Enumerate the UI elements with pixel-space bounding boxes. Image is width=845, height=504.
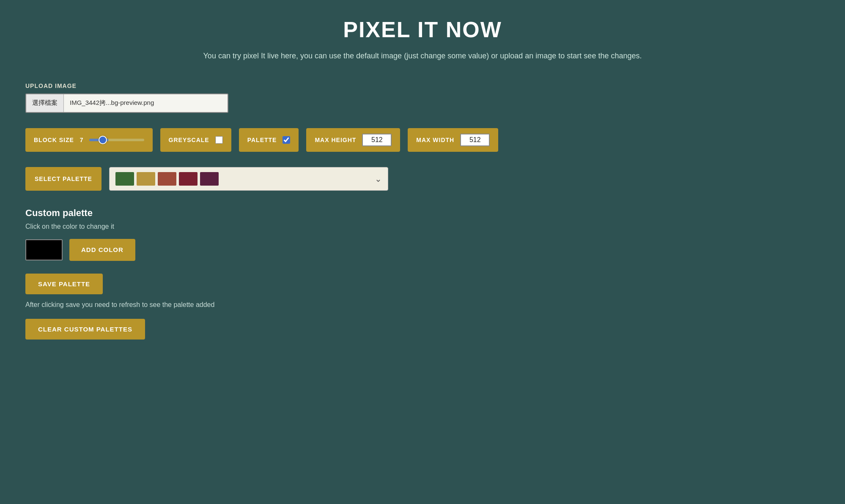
save-palette-button[interactable]: SAVE PALETTE [25,274,103,294]
palette-swatch-4 [179,172,198,186]
file-name-display: IMG_3442拷...bg-preview.png [64,99,160,107]
page-subtitle: You can try pixel It live here, you can … [25,50,820,62]
palette-label: PALETTE [247,137,277,143]
controls-row: BLOCK SIZE 7 GREYSCALE PALETTE MAX HEIGH… [25,128,820,152]
block-size-control: BLOCK SIZE 7 [25,128,153,152]
file-choose-button[interactable]: 選擇檔案 [26,94,64,112]
custom-color-swatch[interactable] [25,239,63,260]
page-title: PIXEL IT NOW [25,17,820,42]
max-width-input[interactable] [460,134,490,146]
greyscale-label: GREYSCALE [169,137,209,143]
clear-custom-palettes-button[interactable]: CLEAR CUSTOM PALETTES [25,319,145,340]
custom-palette-section: Custom palette Click on the color to cha… [25,208,820,340]
palette-control: PALETTE [239,128,299,152]
palette-swatch-1 [115,172,134,186]
palette-swatch-2 [137,172,155,186]
add-color-button[interactable]: ADD COLOR [69,239,135,261]
custom-palette-title: Custom palette [25,208,820,219]
file-input-display[interactable]: 選擇檔案 IMG_3442拷...bg-preview.png [25,93,228,113]
block-size-slider[interactable] [89,139,144,141]
palette-checkbox[interactable] [283,136,290,144]
max-height-input[interactable] [362,134,392,146]
max-height-label: MAX HEIGHT [315,137,356,143]
upload-section: UPLOAD IMAGE 選擇檔案 IMG_3442拷...bg-preview… [25,82,820,113]
custom-palette-hint: Click on the color to change it [25,223,820,230]
max-width-label: MAX WIDTH [416,137,454,143]
greyscale-control: GREYSCALE [160,128,231,152]
palette-dropdown[interactable]: ⌄ [109,167,388,191]
palette-row: SELECT PALETTE ⌄ [25,167,820,191]
select-palette-button[interactable]: SELECT PALETTE [25,167,102,191]
greyscale-checkbox[interactable] [215,136,223,144]
palette-swatch-5 [200,172,219,186]
custom-colors-row: ADD COLOR [25,239,820,261]
palette-swatch-3 [158,172,176,186]
block-size-label: BLOCK SIZE [34,137,74,143]
chevron-down-icon: ⌄ [375,174,382,184]
block-size-value: 7 [80,137,83,143]
upload-label: UPLOAD IMAGE [25,82,820,89]
max-height-control: MAX HEIGHT [306,128,400,152]
max-width-control: MAX WIDTH [408,128,498,152]
save-hint: After clicking save you need to refresh … [25,301,820,309]
